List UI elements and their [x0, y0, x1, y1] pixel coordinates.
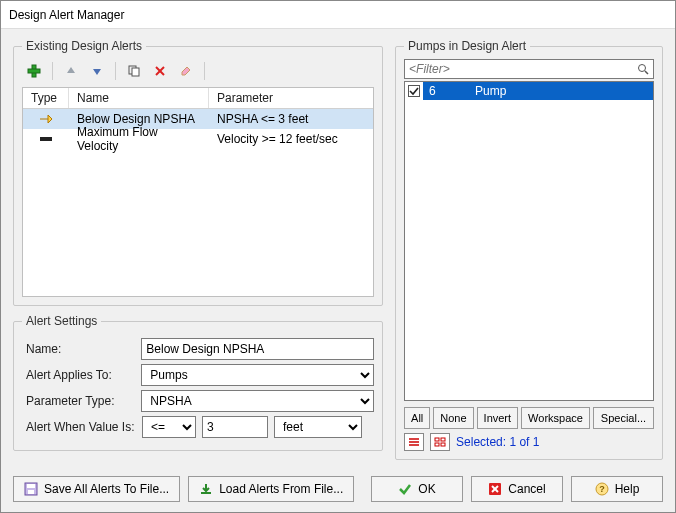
select-workspace-button[interactable]: Workspace	[521, 407, 590, 429]
svg-rect-15	[435, 443, 439, 446]
item-checkbox[interactable]	[405, 82, 423, 100]
bottom-button-bar: Save All Alerts To File... Load Alerts F…	[13, 476, 663, 502]
svg-rect-6	[40, 137, 52, 141]
selection-buttons-row: All None Invert Workspace Special...	[404, 407, 654, 429]
alert-row-name: Below Design NPSHA	[69, 112, 209, 126]
check-icon	[398, 482, 412, 496]
svg-rect-18	[27, 484, 35, 488]
name-field[interactable]	[141, 338, 374, 360]
save-all-label: Save All Alerts To File...	[44, 482, 169, 496]
design-alert-manager-window: Design Alert Manager Existing Design Ale…	[0, 0, 676, 513]
alerts-table[interactable]: Type Name Parameter Below Design NPSHA N…	[22, 87, 374, 297]
item-id: 6	[423, 84, 463, 98]
svg-rect-20	[201, 492, 211, 494]
help-button[interactable]: ? Help	[571, 476, 663, 502]
alert-settings-legend: Alert Settings	[22, 314, 101, 328]
alert-row-name: Maximum Flow Velocity	[69, 125, 209, 153]
existing-alerts-legend: Existing Design Alerts	[22, 39, 146, 53]
add-alert-button[interactable]	[24, 61, 44, 81]
existing-alerts-group: Existing Design Alerts	[13, 39, 383, 306]
svg-line-8	[645, 71, 648, 74]
erase-alert-button[interactable]	[176, 61, 196, 81]
label-when: Alert When Value Is:	[22, 420, 142, 434]
ok-label: OK	[418, 482, 435, 496]
load-label: Load Alerts From File...	[219, 482, 343, 496]
ok-button[interactable]: OK	[371, 476, 463, 502]
delete-alert-button[interactable]	[150, 61, 170, 81]
svg-rect-3	[132, 68, 139, 76]
svg-rect-19	[28, 490, 34, 494]
copy-alert-button[interactable]	[124, 61, 144, 81]
table-row[interactable]: Maximum Flow Velocity Velocity >= 12 fee…	[23, 129, 373, 149]
selection-summary-row: Selected: 1 of 1	[404, 433, 654, 451]
label-applies-to: Alert Applies To:	[22, 368, 141, 382]
move-down-button[interactable]	[87, 61, 107, 81]
col-header-name[interactable]: Name	[69, 88, 209, 108]
download-icon	[199, 482, 213, 496]
titlebar: Design Alert Manager	[1, 1, 675, 29]
applies-to-select[interactable]: Pumps	[141, 364, 374, 386]
alert-row-param: NPSHA <= 3 feet	[209, 112, 373, 126]
operator-select[interactable]: <=	[142, 416, 196, 438]
search-icon[interactable]	[637, 63, 649, 75]
svg-text:?: ?	[599, 484, 605, 494]
list-item[interactable]: 6 Pump	[405, 82, 653, 100]
unit-select[interactable]: feet	[274, 416, 362, 438]
view-grid-icon[interactable]	[430, 433, 450, 451]
alert-type-icon	[23, 113, 69, 125]
save-icon	[24, 482, 38, 496]
alert-type-icon	[23, 134, 69, 144]
select-all-button[interactable]: All	[404, 407, 430, 429]
cancel-icon	[488, 482, 502, 496]
item-name: Pump	[463, 84, 653, 98]
select-invert-button[interactable]: Invert	[477, 407, 519, 429]
label-name: Name:	[22, 342, 141, 356]
svg-rect-14	[441, 438, 445, 441]
window-title: Design Alert Manager	[9, 8, 124, 22]
move-up-button[interactable]	[61, 61, 81, 81]
alerts-table-header: Type Name Parameter	[23, 88, 373, 109]
label-param-type: Parameter Type:	[22, 394, 141, 408]
help-label: Help	[615, 482, 640, 496]
pumps-list[interactable]: 6 Pump	[404, 81, 654, 401]
load-alerts-button[interactable]: Load Alerts From File...	[188, 476, 354, 502]
cancel-button[interactable]: Cancel	[471, 476, 563, 502]
param-type-select[interactable]: NPSHA	[141, 390, 374, 412]
help-icon: ?	[595, 482, 609, 496]
view-list-icon[interactable]	[404, 433, 424, 451]
alert-row-param: Velocity >= 12 feet/sec	[209, 132, 373, 146]
svg-rect-1	[28, 69, 40, 73]
svg-rect-16	[441, 443, 445, 446]
alerts-toolbar	[22, 59, 374, 87]
select-special-button[interactable]: Special...	[593, 407, 654, 429]
select-none-button[interactable]: None	[433, 407, 473, 429]
filter-input[interactable]	[409, 61, 637, 77]
save-all-alerts-button[interactable]: Save All Alerts To File...	[13, 476, 180, 502]
pumps-panel-legend: Pumps in Design Alert	[404, 39, 530, 53]
svg-point-7	[639, 65, 646, 72]
col-header-type[interactable]: Type	[23, 88, 69, 108]
selected-count-text: Selected: 1 of 1	[456, 435, 539, 449]
filter-row[interactable]	[404, 59, 654, 79]
svg-rect-13	[435, 438, 439, 441]
alert-settings-group: Alert Settings Name: Alert Applies To: P…	[13, 314, 383, 451]
threshold-value-field[interactable]	[202, 416, 268, 438]
pumps-in-alert-group: Pumps in Design Alert 6	[395, 39, 663, 460]
col-header-parameter[interactable]: Parameter	[209, 88, 373, 108]
cancel-label: Cancel	[508, 482, 545, 496]
